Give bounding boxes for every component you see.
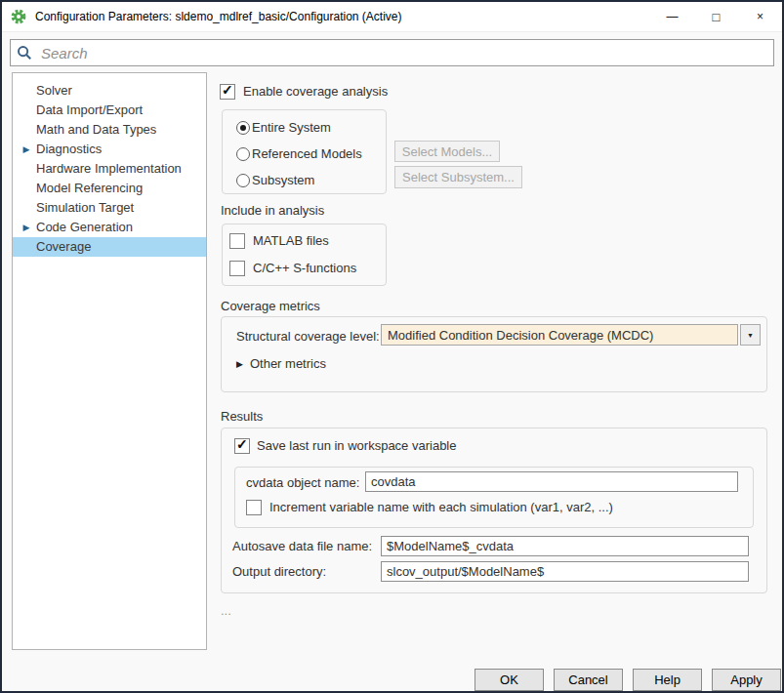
sidebar-item-label: Data Import/Export [36, 102, 143, 117]
autosave-filename-input[interactable] [381, 536, 749, 556]
minimize-icon: — [667, 11, 679, 22]
save-last-run-label: Save last run in workspace variable [257, 438, 457, 453]
configuration-parameters-dialog: Configuration Parameters: sldemo_mdlref_… [0, 0, 784, 693]
coverage-metrics-title: Coverage metrics [221, 299, 320, 313]
sidebar-item-hardware-implementation[interactable]: Hardware Implementation [13, 159, 206, 179]
output-directory-input[interactable] [381, 561, 749, 582]
radio-referenced-models[interactable] [236, 147, 250, 161]
help-button[interactable]: Help [633, 669, 702, 691]
sidebar-item-label: Coverage [36, 239, 91, 254]
output-directory-label: Output directory: [232, 564, 326, 579]
sidebar-item-simulation-target[interactable]: Simulation Target [13, 198, 206, 218]
sidebar-item-model-referencing[interactable]: Model Referencing [13, 179, 206, 198]
sidebar-item-solver[interactable]: Solver [13, 81, 206, 101]
enable-coverage-checkbox[interactable]: ✓ [220, 84, 235, 100]
search-input[interactable] [39, 44, 767, 62]
sidebar-item-label: Math and Data Types [36, 122, 156, 137]
search-row [2, 32, 782, 70]
maximize-icon: □ [713, 11, 721, 23]
sidebar-item-data-import-export[interactable]: Data Import/Export [13, 101, 206, 120]
other-metrics-expander[interactable]: ▶Other metrics [236, 356, 326, 371]
results-title: Results [221, 409, 263, 424]
sidebar-item-label: Solver [36, 83, 72, 98]
include-analysis-title: Include in analysis [221, 203, 324, 218]
dropdown-arrow-icon: ▼ [747, 332, 754, 339]
maximize-button[interactable]: □ [694, 2, 738, 31]
tree-expand-icon[interactable]: ▶ [20, 218, 33, 237]
structural-coverage-dropdown-button[interactable]: ▼ [740, 324, 761, 346]
sidebar-item-code-generation[interactable]: ▶ Code Generation [13, 218, 206, 237]
radio-referenced-models-label: Referenced Models [252, 146, 362, 161]
minimize-button[interactable]: — [650, 2, 694, 31]
ok-button[interactable]: OK [475, 669, 544, 691]
titlebar: Configuration Parameters: sldemo_mdlref_… [2, 2, 782, 32]
save-last-run-checkbox[interactable]: ✓ [234, 438, 250, 454]
enable-coverage-label: Enable coverage analysis [243, 84, 388, 99]
select-models-button[interactable]: Select Models... [394, 141, 500, 162]
matlab-files-checkbox[interactable] [229, 233, 245, 249]
sidebar: Solver Data Import/Export Math and Data … [12, 72, 207, 650]
search-icon [17, 45, 32, 61]
close-icon: × [757, 11, 763, 22]
search-bar [10, 39, 774, 66]
radio-entire-system-label: Entire System [252, 120, 331, 135]
check-icon: ✓ [236, 436, 248, 452]
structural-coverage-select[interactable]: Modified Condition Decision Coverage (MC… [381, 324, 738, 346]
increment-variable-label: Increment variable name with each simula… [269, 500, 613, 514]
c-cpp-s-functions-checkbox[interactable] [229, 261, 245, 276]
sidebar-item-diagnostics[interactable]: ▶ Diagnostics [13, 140, 206, 159]
cancel-button[interactable]: Cancel [554, 669, 623, 691]
radio-subsystem[interactable] [236, 174, 250, 187]
sidebar-item-label: Simulation Target [36, 200, 134, 215]
radio-entire-system[interactable] [236, 121, 250, 135]
check-icon: ✓ [222, 82, 233, 98]
window-title: Configuration Parameters: sldemo_mdlref_… [35, 10, 402, 23]
sidebar-item-coverage[interactable]: Coverage [13, 237, 206, 257]
sidebar-item-math-and-data-types[interactable]: Math and Data Types [13, 120, 206, 140]
close-button[interactable]: × [738, 2, 782, 31]
sidebar-item-label: Code Generation [36, 220, 133, 234]
other-metrics-label: Other metrics [250, 356, 326, 371]
c-cpp-s-functions-label: C/C++ S-functions [253, 261, 356, 275]
cvdata-name-label: cvdata object name: [246, 475, 359, 490]
expander-arrow-icon: ▶ [236, 359, 243, 369]
select-subsystem-button[interactable]: Select Subsystem... [394, 166, 522, 188]
increment-variable-checkbox[interactable] [246, 500, 262, 515]
window-controls: — □ × [650, 2, 782, 31]
ellipsis-text: ... [221, 603, 231, 618]
apply-button[interactable]: Apply [712, 669, 781, 691]
sidebar-item-label: Model Referencing [36, 181, 143, 195]
autosave-filename-label: Autosave data file name: [232, 539, 372, 553]
radio-subsystem-label: Subsystem [252, 173, 314, 187]
matlab-files-label: MATLAB files [253, 233, 329, 248]
structural-coverage-label: Structural coverage level: [236, 329, 380, 344]
app-icon [11, 9, 26, 24]
sidebar-item-label: Hardware Implementation [36, 161, 182, 176]
tree-expand-icon[interactable]: ▶ [20, 140, 33, 159]
sidebar-item-label: Diagnostics [36, 142, 102, 156]
cvdata-name-input[interactable] [365, 471, 738, 492]
